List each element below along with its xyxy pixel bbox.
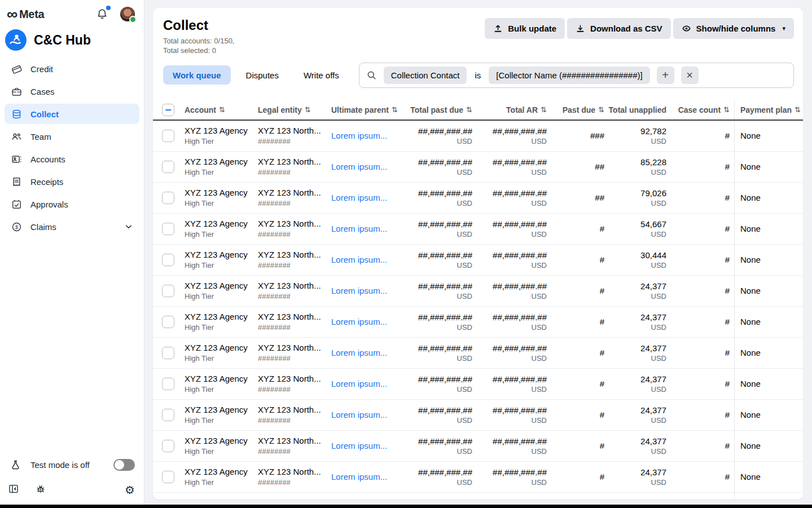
- select-all-checkbox[interactable]: −: [162, 104, 174, 116]
- account-cell: XYZ 123 AgencyHigh Tier: [185, 281, 258, 301]
- row-checkbox[interactable]: [162, 409, 174, 421]
- total-past-due-cell: ##,###,###.##USD: [404, 219, 477, 238]
- test-mode-toggle[interactable]: [113, 459, 135, 471]
- total-ar-cell: ##,###,###.##USD: [477, 312, 551, 332]
- ultimate-parent-link[interactable]: Lorem ipsum...: [331, 162, 404, 171]
- sidebar-footer-icons: ⚙: [0, 475, 144, 505]
- row-checkbox-cell: [162, 471, 185, 483]
- row-checkbox[interactable]: [162, 440, 174, 452]
- settings-gear-icon[interactable]: ⚙: [125, 484, 135, 496]
- ultimate-parent-link[interactable]: Lorem ipsum...: [331, 286, 404, 295]
- row-checkbox[interactable]: [162, 471, 174, 483]
- past-due-cell: ##: [551, 162, 609, 171]
- caret-down-icon: ▾: [782, 25, 785, 32]
- ultimate-parent-link[interactable]: Lorem ipsum...: [331, 410, 404, 419]
- filter-value-chip[interactable]: [Collector Name (################)]: [489, 67, 649, 84]
- column-header-legal-entity[interactable]: Legal entity⇅: [258, 105, 331, 114]
- total-ar-cell: ##,###,###.##USD: [477, 126, 551, 145]
- bug-report-icon[interactable]: [35, 483, 46, 497]
- row-checkbox[interactable]: [162, 316, 174, 328]
- account-cell: XYZ 123 AgencyHigh Tier: [185, 219, 258, 238]
- total-selected-text: Total selected: 0: [163, 46, 794, 56]
- column-header-case-count[interactable]: Case count⇅: [671, 105, 734, 114]
- ultimate-parent-link[interactable]: Lorem ipsum...: [331, 224, 404, 233]
- sidebar-item-collect[interactable]: Collect: [5, 104, 139, 124]
- column-label: Legal entity: [258, 105, 302, 114]
- filter-bar[interactable]: Collection Contact is [Collector Name (#…: [359, 63, 794, 88]
- table-row: XYZ 123 AgencyHigh TierXYZ 123 North...#…: [153, 493, 803, 500]
- show-hide-columns-button[interactable]: Show/hide columns ▾: [673, 18, 794, 39]
- sort-icon[interactable]: ⇅: [305, 105, 311, 114]
- column-header-total-past-due[interactable]: Total past due⇅: [404, 105, 477, 114]
- sidebar-item-credit[interactable]: Credit: [5, 59, 139, 79]
- table-header-row: − Account⇅Legal entity⇅Ultimate parent⇅T…: [153, 100, 803, 121]
- row-checkbox[interactable]: [162, 161, 174, 173]
- add-filter-button[interactable]: +: [657, 67, 674, 84]
- row-checkbox[interactable]: [162, 130, 174, 142]
- column-label: Ultimate parent: [331, 105, 389, 114]
- ultimate-parent-link[interactable]: Lorem ipsum...: [331, 348, 404, 357]
- total-unapplied-cell: 24,377USD: [609, 281, 671, 301]
- filter-field-chip[interactable]: Collection Contact: [384, 67, 467, 84]
- sidebar-item-receipts[interactable]: Receipts: [5, 171, 139, 192]
- bulk-update-button[interactable]: Bulk update: [485, 18, 565, 39]
- row-checkbox[interactable]: [162, 254, 174, 266]
- clear-filter-button[interactable]: ×: [681, 67, 699, 84]
- sidebar-item-approvals[interactable]: Approvals: [5, 194, 139, 214]
- row-checkbox[interactable]: [162, 378, 174, 390]
- notifications-bell-icon[interactable]: [95, 7, 109, 21]
- sort-icon[interactable]: ⇅: [466, 105, 472, 114]
- sort-icon[interactable]: ⇅: [541, 105, 547, 114]
- sort-icon[interactable]: ⇅: [598, 105, 604, 114]
- ultimate-parent-link[interactable]: Lorem ipsum...: [331, 379, 404, 388]
- column-header-payment-plan[interactable]: Payment plan⇅: [734, 100, 803, 120]
- column-header-past-due[interactable]: Past due⇅: [551, 105, 609, 114]
- collapse-sidebar-icon[interactable]: [8, 483, 19, 497]
- sidebar-item-team[interactable]: Team: [5, 126, 139, 147]
- tab-write-offs[interactable]: Write offs: [294, 65, 349, 85]
- column-header-ultimate-parent[interactable]: Ultimate parent⇅: [331, 105, 404, 114]
- payment-plan-cell: None: [734, 121, 803, 151]
- clipboard-check-icon: [10, 198, 23, 210]
- row-checkbox[interactable]: [162, 347, 174, 359]
- sort-icon[interactable]: ⇅: [392, 105, 398, 114]
- ultimate-parent-link[interactable]: Lorem ipsum...: [331, 317, 404, 326]
- ultimate-parent-link[interactable]: Lorem ipsum...: [331, 441, 404, 450]
- payment-plan-cell: None: [734, 338, 803, 368]
- ultimate-parent-cell: Lorem ipsum...: [331, 441, 404, 450]
- svg-text:$: $: [15, 224, 18, 229]
- briefcase-icon: [10, 85, 23, 98]
- account-cell: XYZ 123 AgencyHigh Tier: [185, 250, 258, 270]
- ultimate-parent-link[interactable]: Lorem ipsum...: [331, 255, 404, 264]
- avatar[interactable]: [120, 7, 135, 21]
- column-header-total-ar[interactable]: Total AR⇅: [477, 105, 551, 114]
- past-due-cell: #: [551, 255, 609, 264]
- sort-icon[interactable]: ⇅: [219, 105, 225, 114]
- past-due-cell: #: [551, 410, 609, 419]
- case-count-cell: #: [671, 224, 734, 233]
- row-checkbox[interactable]: [162, 285, 174, 297]
- total-unapplied-cell: 24,377USD: [609, 436, 671, 456]
- tab-disputes[interactable]: Disputes: [236, 65, 288, 85]
- sidebar-item-accounts[interactable]: Accounts: [5, 149, 139, 169]
- download-csv-button[interactable]: Download as CSV: [567, 18, 671, 39]
- tab-work-queue[interactable]: Work queue: [163, 65, 231, 85]
- column-header-total-unapplied[interactable]: Total unapplied: [609, 105, 671, 114]
- sidebar-item-cases[interactable]: Cases: [5, 81, 139, 101]
- sort-icon[interactable]: ⇅: [723, 105, 730, 114]
- ultimate-parent-link[interactable]: Lorem ipsum...: [331, 472, 404, 482]
- case-count-cell: #: [671, 131, 734, 140]
- ultimate-parent-link[interactable]: Lorem ipsum...: [331, 193, 404, 202]
- row-checkbox[interactable]: [162, 192, 174, 204]
- chevron-down-icon[interactable]: [124, 222, 134, 232]
- total-ar-cell: ##,###,###.##USD: [477, 188, 551, 207]
- sidebar-item-claims[interactable]: $ Claims: [5, 217, 139, 237]
- sort-icon[interactable]: ⇅: [795, 105, 801, 114]
- column-header-account[interactable]: Account⇅: [185, 105, 258, 114]
- ultimate-parent-link[interactable]: Lorem ipsum...: [331, 131, 404, 140]
- row-checkbox[interactable]: [162, 223, 174, 235]
- total-past-due-cell: ##,###,###.##USD: [404, 498, 477, 500]
- coin-stack-icon: [10, 108, 23, 120]
- account-cell: XYZ 123 AgencyHigh Tier: [185, 436, 258, 456]
- flask-icon: [9, 458, 21, 471]
